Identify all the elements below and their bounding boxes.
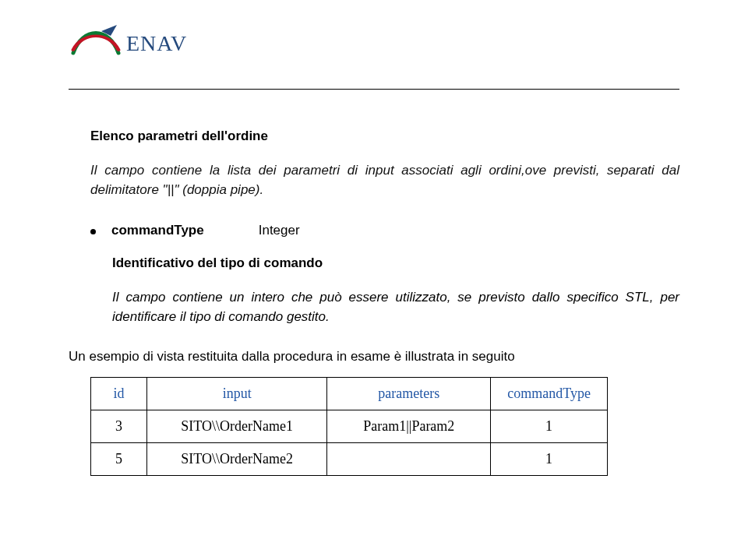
cell-parameters: Param1||Param2	[327, 410, 491, 442]
cell-commandtype: 1	[491, 442, 608, 475]
field-subbody: Il campo contiene un intero che può esse…	[112, 288, 679, 326]
table-row: 3 SITO\\OrderName1 Param1||Param2 1	[91, 410, 608, 442]
bullet-icon	[90, 229, 96, 234]
section-heading: Elenco parametri dell'ordine	[90, 129, 679, 144]
field-row: commandType Integer	[90, 223, 679, 238]
field-type: Integer	[259, 223, 300, 238]
example-table: id input parameters commandType 3 SITO\\…	[90, 377, 608, 476]
document-page: ENAV Elenco parametri dell'ordine Il cam…	[0, 0, 748, 507]
col-parameters: parameters	[327, 377, 491, 410]
example-intro: Un esempio di vista restituita dalla pro…	[69, 349, 679, 365]
cell-parameters	[327, 442, 491, 475]
cell-id: 5	[91, 442, 147, 475]
cell-commandtype: 1	[491, 410, 608, 442]
col-id: id	[91, 377, 147, 410]
cell-input: SITO\\OrderName2	[146, 442, 327, 475]
field-subheading: Identificativo del tipo di comando	[112, 255, 679, 271]
cell-input: SITO\\OrderName1	[146, 410, 327, 442]
col-commandtype: commandType	[491, 377, 608, 410]
enav-logo-icon	[69, 22, 123, 65]
cell-id: 3	[91, 410, 147, 442]
table-header-row: id input parameters commandType	[91, 377, 608, 410]
table-row: 5 SITO\\OrderName2 1	[91, 442, 608, 475]
logo: ENAV	[69, 22, 679, 65]
section-body: Il campo contiene la lista dei parametri…	[90, 161, 679, 199]
header-rule	[69, 89, 679, 90]
col-input: input	[146, 377, 327, 410]
field-name: commandType	[111, 223, 204, 238]
logo-text: ENAV	[126, 31, 187, 56]
